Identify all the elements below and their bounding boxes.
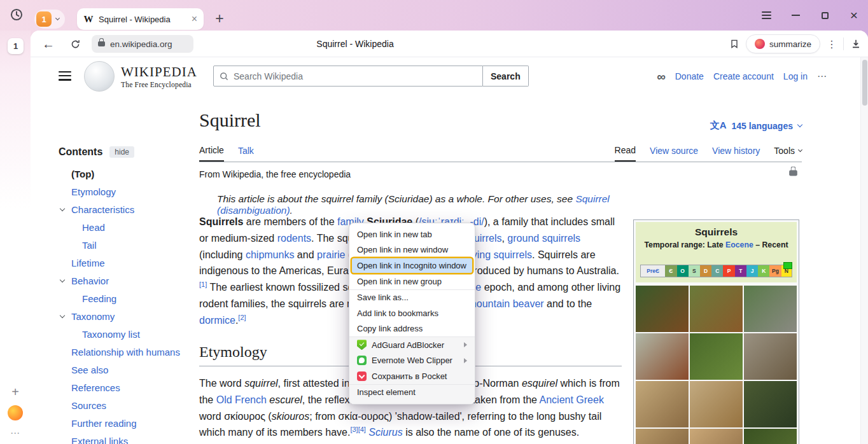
squirrel-photo[interactable] (690, 286, 743, 332)
context-menu-item[interactable]: AdGuard AdBlocker (349, 337, 475, 353)
sidebar-add-icon[interactable]: + (11, 385, 19, 398)
toc-item[interactable]: (Top) (59, 165, 195, 183)
context-menu-item[interactable]: Open link in new tab (349, 226, 475, 242)
context-menu-item[interactable]: Save link as... (349, 290, 475, 306)
toc-item[interactable]: Feeding (59, 290, 195, 308)
toc-item[interactable]: External links (59, 433, 195, 444)
wikipedia-favicon: W (83, 14, 94, 25)
donate-link[interactable]: Donate (675, 71, 704, 81)
tab-talk[interactable]: Talk (238, 144, 254, 162)
tab-article[interactable]: Article (199, 144, 224, 162)
timescale-segment[interactable]: Pg (769, 265, 781, 277)
toc-item[interactable]: Lifetime (59, 254, 195, 272)
maximize-button[interactable] (818, 9, 831, 22)
timescale-segment[interactable]: J (746, 265, 758, 277)
address-bar[interactable]: en.wikipedia.org (92, 35, 193, 53)
toc-item[interactable]: Relationship with humans (59, 343, 195, 361)
timescale-segment[interactable]: S (689, 265, 700, 277)
timescale-segment[interactable]: K (758, 265, 769, 277)
context-menu-item[interactable]: Сохранить в Pocket (349, 368, 475, 384)
browser-menu-icon[interactable] (760, 9, 773, 22)
minimize-button[interactable] (789, 9, 802, 22)
toc-item[interactable]: Head (59, 219, 195, 237)
pocket-icon (357, 371, 367, 381)
browser-toolbar: ← en.wikipedia.org Squirrel - Wikipedia … (31, 31, 868, 57)
create-account-link[interactable]: Create account (713, 71, 774, 81)
scrollbar-thumb[interactable] (862, 60, 867, 106)
new-tab-button[interactable]: + (210, 8, 229, 29)
glasses-icon[interactable]: ∞ (657, 71, 666, 83)
history-clock-icon[interactable] (8, 6, 25, 23)
chevron-down-icon[interactable] (60, 277, 65, 282)
tab-group-pill[interactable]: 1 (34, 10, 65, 29)
squirrel-photo[interactable] (690, 381, 743, 427)
squirrel-photo[interactable] (636, 333, 689, 380)
squirrel-photo[interactable] (744, 381, 797, 427)
back-button[interactable]: ← (38, 34, 59, 54)
toc-item[interactable]: Further reading (59, 415, 195, 433)
timescale-segment[interactable]: D (700, 265, 711, 277)
context-menu-item[interactable]: Copy link address (349, 321, 475, 337)
toc-item[interactable]: Characteristics (59, 201, 195, 219)
submenu-arrow-icon (464, 342, 467, 347)
squirrel-photo[interactable] (636, 381, 689, 427)
context-menu-item[interactable]: Open link in new group (349, 274, 475, 289)
toc-item[interactable]: Behavior (59, 272, 195, 290)
squirrel-photo[interactable] (744, 286, 797, 332)
wikipedia-wordmark[interactable]: WIKIPEDIA The Free Encyclopedia (121, 64, 197, 88)
chevron-down-icon[interactable] (60, 206, 65, 211)
timescale-segment[interactable]: PreЄ (641, 265, 665, 277)
header-more-icon[interactable]: ⋯ (817, 71, 827, 82)
bookmark-icon[interactable] (729, 38, 739, 50)
context-menu-item[interactable]: Add link to bookmarks (349, 305, 475, 321)
tab-read[interactable]: Read (615, 144, 636, 162)
context-menu-item[interactable]: Inspect element (349, 385, 475, 401)
sidebar-more-icon[interactable]: ⋯ (10, 427, 20, 439)
address-domain: en.wikipedia.org (110, 39, 172, 49)
browser-tab[interactable]: W Squirrel - Wikipedia × (77, 8, 204, 30)
toc-item[interactable]: Taxonomy list (59, 326, 195, 343)
sidebar-tab-count-button[interactable]: 1 (8, 38, 24, 54)
scrollbar[interactable] (860, 57, 868, 444)
squirrel-photo[interactable] (744, 333, 797, 380)
summarize-button[interactable]: summarize (746, 34, 820, 53)
close-button[interactable]: × (848, 9, 860, 22)
search-input[interactable] (234, 71, 477, 81)
timescale-segment[interactable]: C (711, 265, 723, 277)
languages-icon: 文A (710, 120, 727, 132)
chevron-down-icon[interactable] (60, 313, 65, 318)
toc-item[interactable]: See also (59, 361, 195, 379)
tab-close-icon[interactable]: × (192, 14, 197, 24)
login-link[interactable]: Log in (783, 71, 808, 81)
wiki-menu-icon[interactable] (59, 71, 71, 81)
squirrel-photo[interactable] (690, 429, 743, 444)
timescale-segment[interactable]: P (723, 265, 734, 277)
context-menu-item[interactable]: Open link in Incognito window (352, 258, 472, 273)
toc-item[interactable]: References (59, 379, 195, 397)
toc-item[interactable]: Etymology (59, 183, 195, 201)
timescale-segment[interactable]: Є (665, 265, 676, 277)
timescale-segment[interactable]: O (677, 265, 689, 277)
tab-tools[interactable]: Tools (774, 144, 802, 162)
toc-item[interactable]: Tail (59, 237, 195, 254)
toc-item[interactable]: Sources (59, 397, 195, 415)
squirrel-photo[interactable] (636, 429, 689, 444)
context-menu-item[interactable]: Evernote Web Clipper (349, 353, 475, 369)
languages-label: 145 languages (732, 121, 794, 131)
squirrel-photo[interactable] (690, 333, 743, 380)
toc-item[interactable]: Taxonomy (59, 308, 195, 326)
languages-button[interactable]: 文A 145 languages (710, 120, 802, 132)
tab-view-history[interactable]: View history (712, 144, 760, 162)
toolbar-more-icon[interactable]: ⋮ (827, 38, 837, 50)
reload-button[interactable] (65, 34, 85, 54)
toc-hide-button[interactable]: hide (109, 146, 134, 158)
context-menu-item[interactable]: Open link in new window (349, 242, 475, 258)
squirrel-photo[interactable] (744, 429, 797, 444)
squirrel-photo[interactable] (636, 286, 689, 332)
timescale-segment[interactable]: T (735, 265, 746, 277)
tab-view-source[interactable]: View source (650, 144, 698, 162)
download-icon[interactable] (850, 38, 862, 50)
assistant-icon[interactable] (8, 405, 23, 420)
search-button[interactable]: Search (483, 66, 529, 87)
wikipedia-logo[interactable] (84, 61, 115, 92)
